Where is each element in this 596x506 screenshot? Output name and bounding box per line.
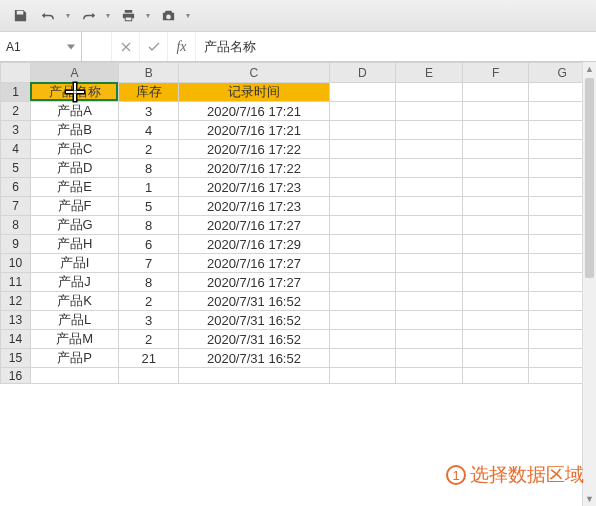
- empty-cell[interactable]: [462, 349, 529, 368]
- cancel-formula-button[interactable]: [112, 32, 140, 61]
- empty-cell[interactable]: [396, 102, 463, 121]
- row-header-14[interactable]: 14: [1, 330, 31, 349]
- data-cell[interactable]: 3: [119, 311, 179, 330]
- empty-cell[interactable]: [462, 235, 529, 254]
- row-header-8[interactable]: 8: [1, 216, 31, 235]
- data-cell[interactable]: 产品A: [31, 102, 119, 121]
- data-cell[interactable]: 3: [119, 102, 179, 121]
- data-cell[interactable]: 2020/7/31 16:52: [179, 311, 329, 330]
- column-header-F[interactable]: F: [462, 63, 529, 83]
- data-cell[interactable]: 产品G: [31, 216, 119, 235]
- empty-cell[interactable]: [462, 273, 529, 292]
- data-cell[interactable]: 8: [119, 216, 179, 235]
- data-cell[interactable]: 产品C: [31, 140, 119, 159]
- data-cell[interactable]: 21: [119, 349, 179, 368]
- empty-cell[interactable]: [396, 254, 463, 273]
- empty-cell[interactable]: [329, 311, 396, 330]
- empty-cell[interactable]: [462, 197, 529, 216]
- data-cell[interactable]: 2020/7/16 17:27: [179, 216, 329, 235]
- empty-cell[interactable]: [329, 83, 396, 102]
- scrollbar-thumb[interactable]: [585, 78, 594, 278]
- empty-cell[interactable]: [396, 273, 463, 292]
- empty-cell[interactable]: [329, 368, 396, 384]
- data-cell[interactable]: 4: [119, 121, 179, 140]
- empty-cell[interactable]: [462, 102, 529, 121]
- data-cell[interactable]: 2020/7/16 17:27: [179, 273, 329, 292]
- data-cell[interactable]: 5: [119, 197, 179, 216]
- save-button[interactable]: [8, 4, 32, 28]
- row-header-1[interactable]: 1: [1, 83, 31, 102]
- data-cell[interactable]: 2020/7/16 17:22: [179, 140, 329, 159]
- data-cell[interactable]: 2020/7/16 17:23: [179, 197, 329, 216]
- row-header-13[interactable]: 13: [1, 311, 31, 330]
- column-header-B[interactable]: B: [119, 63, 179, 83]
- redo-dropdown[interactable]: ▾: [104, 11, 112, 20]
- empty-cell[interactable]: [396, 292, 463, 311]
- data-cell[interactable]: 产品B: [31, 121, 119, 140]
- empty-cell[interactable]: [462, 83, 529, 102]
- column-header-E[interactable]: E: [396, 63, 463, 83]
- row-header-7[interactable]: 7: [1, 197, 31, 216]
- data-cell[interactable]: 产品J: [31, 273, 119, 292]
- data-cell[interactable]: 2020/7/16 17:27: [179, 254, 329, 273]
- row-header-10[interactable]: 10: [1, 254, 31, 273]
- data-cell[interactable]: 产品I: [31, 254, 119, 273]
- empty-cell[interactable]: [329, 254, 396, 273]
- print-dropdown[interactable]: ▾: [144, 11, 152, 20]
- empty-cell[interactable]: [462, 330, 529, 349]
- camera-button[interactable]: [156, 4, 180, 28]
- empty-cell[interactable]: [329, 197, 396, 216]
- data-cell[interactable]: 产品F: [31, 197, 119, 216]
- data-cell[interactable]: 2: [119, 140, 179, 159]
- data-cell[interactable]: 2020/7/16 17:23: [179, 178, 329, 197]
- column-header-D[interactable]: D: [329, 63, 396, 83]
- data-cell[interactable]: 2020/7/31 16:52: [179, 330, 329, 349]
- empty-cell[interactable]: [396, 197, 463, 216]
- data-cell[interactable]: 8: [119, 273, 179, 292]
- row-header-12[interactable]: 12: [1, 292, 31, 311]
- empty-cell[interactable]: [396, 121, 463, 140]
- data-cell[interactable]: 8: [119, 159, 179, 178]
- header-cell[interactable]: 产品名称: [31, 83, 119, 102]
- row-header-3[interactable]: 3: [1, 121, 31, 140]
- empty-cell[interactable]: [329, 159, 396, 178]
- scroll-up-icon[interactable]: ▲: [583, 62, 596, 76]
- select-all-corner[interactable]: [1, 63, 31, 83]
- camera-dropdown[interactable]: ▾: [184, 11, 192, 20]
- row-header-9[interactable]: 9: [1, 235, 31, 254]
- empty-cell[interactable]: [462, 311, 529, 330]
- data-cell[interactable]: 1: [119, 178, 179, 197]
- scroll-down-icon[interactable]: ▼: [583, 492, 596, 506]
- data-cell[interactable]: 2020/7/16 17:21: [179, 102, 329, 121]
- data-cell[interactable]: 2020/7/16 17:29: [179, 235, 329, 254]
- data-cell[interactable]: 产品P: [31, 349, 119, 368]
- empty-cell[interactable]: [396, 330, 463, 349]
- empty-cell[interactable]: [329, 178, 396, 197]
- row-header-6[interactable]: 6: [1, 178, 31, 197]
- empty-cell[interactable]: [119, 368, 179, 384]
- column-header-A[interactable]: A: [31, 63, 119, 83]
- row-header-11[interactable]: 11: [1, 273, 31, 292]
- empty-cell[interactable]: [329, 235, 396, 254]
- data-cell[interactable]: 产品E: [31, 178, 119, 197]
- empty-cell[interactable]: [329, 140, 396, 159]
- empty-cell[interactable]: [396, 349, 463, 368]
- confirm-formula-button[interactable]: [140, 32, 168, 61]
- data-cell[interactable]: 7: [119, 254, 179, 273]
- data-cell[interactable]: 2020/7/16 17:21: [179, 121, 329, 140]
- empty-cell[interactable]: [329, 121, 396, 140]
- data-cell[interactable]: 2: [119, 292, 179, 311]
- empty-cell[interactable]: [462, 140, 529, 159]
- empty-cell[interactable]: [329, 273, 396, 292]
- empty-cell[interactable]: [179, 368, 329, 384]
- empty-cell[interactable]: [329, 216, 396, 235]
- empty-cell[interactable]: [31, 368, 119, 384]
- vertical-scrollbar[interactable]: ▲ ▼: [582, 62, 596, 506]
- empty-cell[interactable]: [396, 140, 463, 159]
- redo-button[interactable]: [76, 4, 100, 28]
- undo-dropdown[interactable]: ▾: [64, 11, 72, 20]
- row-header-4[interactable]: 4: [1, 140, 31, 159]
- name-box[interactable]: A1: [0, 32, 82, 61]
- column-header-C[interactable]: C: [179, 63, 329, 83]
- empty-cell[interactable]: [396, 235, 463, 254]
